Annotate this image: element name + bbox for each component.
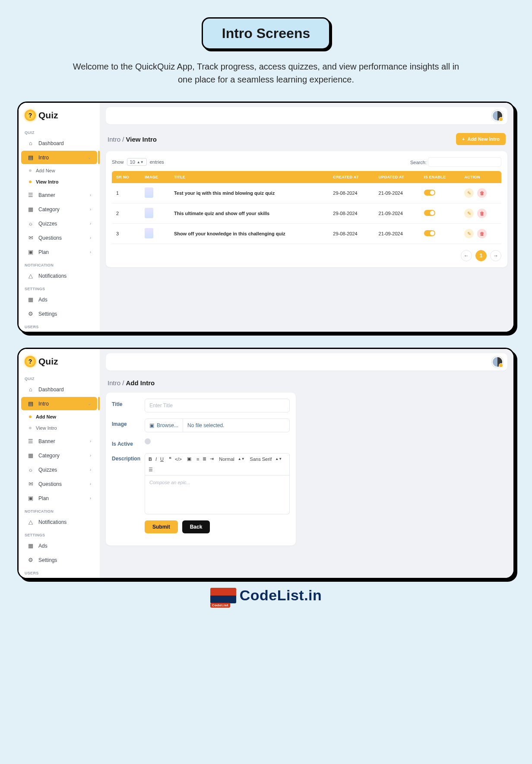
thumb-icon	[145, 187, 153, 198]
sidebar-item-questions[interactable]: ✉ Questions ›	[21, 231, 97, 244]
col-title[interactable]: TITLE	[170, 171, 329, 183]
is-active-toggle[interactable]	[145, 438, 151, 444]
banner-icon: ☰	[27, 438, 34, 444]
breadcrumb: Intro / Add Intro	[108, 379, 155, 387]
sidebar-item-notifications[interactable]: △ Notifications	[21, 269, 97, 282]
code-icon[interactable]: </>	[175, 456, 182, 462]
sidebar-item-category[interactable]: ▦Category›	[21, 449, 97, 462]
brand-name: Quiz	[38, 110, 58, 120]
sidebar-item-intro[interactable]: ▤ Intro ⌄	[21, 397, 97, 410]
list-ordered-icon[interactable]: ≡	[196, 456, 199, 462]
cell-updated: 21-09-2024	[374, 224, 420, 244]
sidebar-item-plan[interactable]: ▣ Plan ›	[21, 245, 97, 259]
add-new-intro-button[interactable]: + Add New Intro	[456, 133, 506, 145]
sidebar-item-category[interactable]: ▦ Category ›	[21, 203, 97, 216]
delete-button[interactable]: 🗑	[477, 209, 487, 218]
sidebar-item-banner[interactable]: ☰ Banner ›	[21, 188, 97, 202]
chat-icon: ✉	[27, 235, 34, 241]
col-enable[interactable]: IS ENABLE	[420, 171, 460, 183]
app-logo: ? Quiz	[19, 352, 100, 373]
enable-toggle[interactable]	[424, 230, 435, 236]
indent-icon[interactable]: ⇥	[210, 456, 214, 462]
sidebar-item-label: Notifications	[38, 519, 66, 525]
pagination: ← 1 →	[112, 250, 501, 261]
sidebar-sub-view-intro[interactable]: View Intro	[19, 422, 100, 434]
edit-button[interactable]: ✎	[464, 229, 474, 238]
search-control: Search:	[410, 157, 501, 167]
back-button[interactable]: Back	[182, 520, 210, 533]
breadcrumb-root: Intro /	[108, 136, 126, 143]
select-value: Normal	[219, 456, 234, 462]
sidebar-item-quizzes[interactable]: ☼Quizzes›	[21, 463, 97, 476]
col-sr[interactable]: SR NO	[112, 171, 140, 183]
sidebar-item-label: Intro	[38, 401, 49, 407]
delete-button[interactable]: 🗑	[477, 188, 487, 198]
chevron-right-icon: ›	[90, 207, 91, 212]
italic-icon[interactable]: I	[155, 456, 157, 462]
edit-button[interactable]: ✎	[464, 209, 474, 218]
button-label: Add New Intro	[467, 136, 500, 142]
sidebar-item-settings[interactable]: ⚙Settings	[21, 553, 97, 567]
sidebar-item-dashboard[interactable]: ⌂ Dashboard	[21, 383, 97, 396]
submit-button[interactable]: Submit	[145, 520, 178, 533]
description-editor[interactable]: Compose an epic...	[145, 476, 290, 514]
chevron-right-icon: ›	[90, 453, 91, 458]
label-is-active: Is Active	[112, 438, 145, 447]
image-icon[interactable]: ▣	[187, 456, 191, 462]
file-input[interactable]: ▣Browse... No file selected.	[145, 418, 290, 432]
page-prev[interactable]: ←	[461, 250, 472, 261]
sidebar-sub-add-new[interactable]: Add New	[19, 411, 100, 422]
dot-icon	[29, 415, 32, 418]
cell-action: ✎🗑	[460, 183, 501, 203]
sidebar-item-notifications[interactable]: △Notifications	[21, 515, 97, 529]
heading-select[interactable]: Normal ▲▼	[219, 456, 244, 462]
edit-button[interactable]: ✎	[464, 188, 474, 198]
home-icon: ⌂	[27, 386, 34, 393]
sidebar-item-label: Quizzes	[38, 467, 57, 473]
font-select[interactable]: Sans Serif ▲▼	[250, 456, 282, 462]
table-card: Show 10 ▲▼ entries Search:	[106, 151, 507, 267]
intro-table: SR NO IMAGE TITLE CREATED AT UPDATED AT …	[112, 171, 501, 244]
sidebar-item-label: Banner	[38, 438, 55, 444]
avatar[interactable]	[492, 356, 503, 368]
sidebar-item-dashboard[interactable]: ⌂ Dashboard	[21, 136, 97, 150]
col-created[interactable]: CREATED AT	[329, 171, 374, 183]
title-input[interactable]	[145, 399, 290, 412]
avatar[interactable]	[492, 110, 503, 121]
sidebar-item-label: Questions	[38, 481, 62, 487]
sidebar-item-ads[interactable]: ▦Ads	[21, 539, 97, 552]
page-size-select[interactable]: 10 ▲▼	[127, 158, 147, 166]
page-current[interactable]: 1	[475, 250, 487, 261]
sidebar-item-label: Add New	[36, 168, 55, 173]
enable-toggle[interactable]	[424, 210, 435, 216]
bold-icon[interactable]: B	[149, 456, 152, 462]
sidebar-item-settings[interactable]: ⚙ Settings	[21, 307, 97, 320]
cell-created: 29-08-2024	[329, 224, 374, 244]
section-quiz: QUIZ	[19, 127, 100, 136]
sidebar-item-plan[interactable]: ▣Plan›	[21, 491, 97, 505]
cell-title: This ultimate quiz and show off your ski…	[170, 203, 329, 224]
sidebar-item-ads[interactable]: ▦ Ads	[21, 293, 97, 306]
col-updated[interactable]: UPDATED AT	[374, 171, 420, 183]
align-icon[interactable]: ☰	[149, 467, 153, 472]
sidebar-item-quizzes[interactable]: ☼ Quizzes ›	[21, 217, 97, 230]
sidebar-sub-add-new[interactable]: Add New	[19, 165, 100, 176]
sidebar-sub-view-intro[interactable]: View Intro	[19, 176, 100, 187]
underline-icon[interactable]: U	[160, 456, 164, 462]
sidebar-item-questions[interactable]: ✉Questions›	[21, 477, 97, 491]
col-action[interactable]: ACTION	[460, 171, 501, 183]
col-image[interactable]: IMAGE	[140, 171, 170, 183]
cell-image	[140, 203, 170, 224]
search-input[interactable]	[428, 157, 501, 167]
label-image: Image	[112, 418, 145, 427]
cell-enable	[420, 224, 460, 244]
sidebar-item-banner[interactable]: ☰Banner›	[21, 434, 97, 448]
page-next[interactable]: →	[490, 250, 501, 261]
delete-button[interactable]: 🗑	[477, 229, 487, 238]
enable-toggle[interactable]	[424, 190, 435, 196]
quote-icon[interactable]: ❝	[169, 456, 171, 462]
sidebar-item-intro[interactable]: ▤ Intro ⌄	[21, 151, 97, 164]
list-unordered-icon[interactable]: ≣	[203, 456, 206, 462]
select-value: Sans Serif	[250, 456, 272, 462]
section-quiz: QUIZ	[19, 373, 100, 382]
